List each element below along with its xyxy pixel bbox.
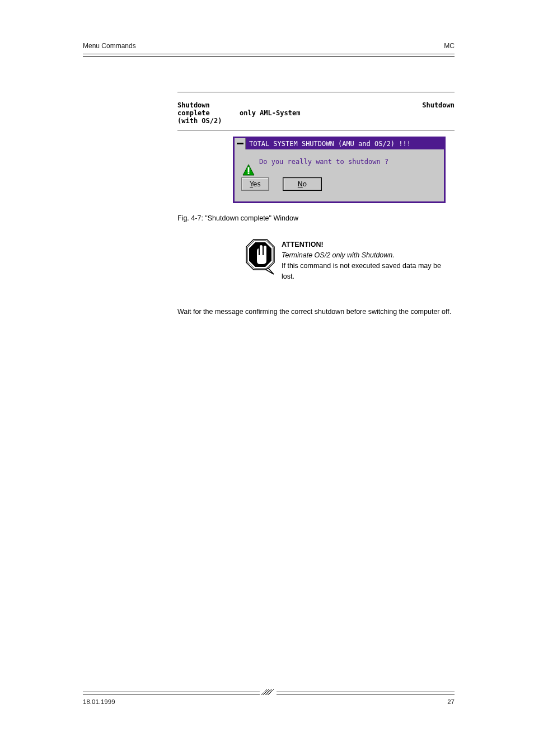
no-hotkey: N [298, 180, 303, 188]
shutdown-dialog: TOTAL SYSTEM SHUTDOWN (AMU and OS/2) !!!… [233, 137, 446, 203]
no-button[interactable]: No [283, 177, 322, 191]
dialog-body: Do you really want to shutdown ? Yes No [235, 149, 444, 201]
footer-divider-icon [260, 688, 277, 699]
system-menu-icon [237, 143, 243, 144]
system-menu-button[interactable] [235, 138, 246, 149]
yes-rest: es [253, 180, 261, 188]
figure-caption: Fig. 4-7: "Shutdown complete" Window [177, 214, 298, 222]
header-left: Menu Commands [83, 42, 136, 50]
svg-rect-2 [248, 172, 250, 174]
footer-date: 18.01.1999 [83, 698, 115, 705]
footer-rule-right [277, 692, 455, 694]
header-right: MC [444, 42, 455, 50]
footer-rule-left [83, 692, 260, 694]
attention-following: Wait for the message confirming the corr… [177, 308, 455, 316]
footer-page: 27 [447, 698, 455, 705]
attention-tail: If this command is not executed saved da… [282, 262, 441, 280]
dialog-title: TOTAL SYSTEM SHUTDOWN (AMU and OS/2) !!! [246, 138, 444, 149]
yes-button[interactable]: Yes [241, 177, 269, 191]
dialog-message: Do you really want to shutdown ? [259, 158, 388, 166]
attention-heading: ATTENTION! [282, 241, 324, 248]
attention-line: Terminate OS/2 only with Shutdown. [282, 251, 395, 259]
svg-rect-1 [248, 167, 250, 172]
header-rule [83, 54, 455, 57]
table-bottom-rule [177, 130, 455, 130]
warning-triangle-icon [242, 164, 255, 176]
dialog-titlebar[interactable]: TOTAL SYSTEM SHUTDOWN (AMU and OS/2) !!! [235, 138, 444, 149]
no-rest: o [303, 180, 307, 188]
table-top-rule [177, 92, 455, 92]
table-col3-label: Shutdown [422, 101, 455, 109]
table-col2-label: only AML-System [240, 109, 300, 117]
stop-hand-icon [243, 238, 277, 275]
table-col1-label: Shutdown complete (with OS/2) [177, 101, 231, 125]
